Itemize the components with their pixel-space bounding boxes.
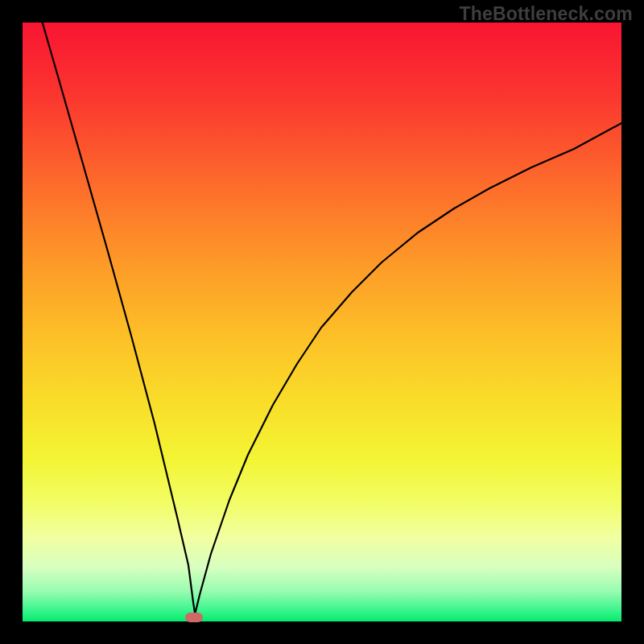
- bottleneck-curve: [23, 23, 621, 621]
- watermark-text: TheBottleneck.com: [459, 3, 633, 25]
- curve-path: [35, 23, 621, 620]
- chart-frame: TheBottleneck.com: [0, 0, 644, 644]
- plot-area: [23, 23, 621, 621]
- minimum-marker: [185, 613, 203, 622]
